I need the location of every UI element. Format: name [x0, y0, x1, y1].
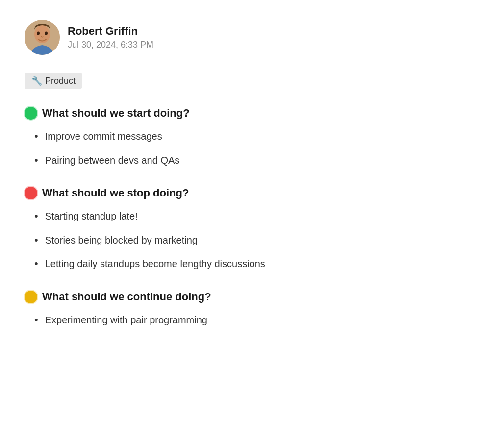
list-item: Starting standup late!	[34, 209, 479, 223]
list-item: Pairing between devs and QAs	[34, 153, 479, 168]
section-stop: What should we stop doing?Starting stand…	[25, 187, 479, 271]
list-item: Letting daily standups become lengthy di…	[34, 257, 479, 271]
avatar	[25, 20, 60, 55]
section-header-stop: What should we stop doing?	[25, 187, 479, 199]
tag-label: Product	[45, 76, 76, 86]
header-info: Robert Griffin Jul 30, 2024, 6:33 PM	[68, 25, 153, 50]
post-timestamp: Jul 30, 2024, 6:33 PM	[68, 40, 153, 50]
dot-red	[25, 187, 37, 199]
section-title-stop: What should we stop doing?	[42, 187, 189, 199]
bullet-list-stop: Starting standup late!Stories being bloc…	[25, 209, 479, 271]
list-item: Stories being blocked by marketing	[34, 233, 479, 247]
bullet-list-start: Improve commit messagesPairing between d…	[25, 129, 479, 167]
section-header-continue: What should we continue doing?	[25, 291, 479, 303]
dot-green	[25, 107, 37, 120]
section-continue: What should we continue doing?Experiment…	[25, 291, 479, 327]
section-title-continue: What should we continue doing?	[42, 291, 211, 303]
tag-icon: 🔧	[31, 75, 42, 86]
section-start: What should we start doing?Improve commi…	[25, 107, 479, 167]
bullet-list-continue: Experimenting with pair programming	[25, 313, 479, 327]
post-header: Robert Griffin Jul 30, 2024, 6:33 PM	[25, 20, 479, 55]
svg-point-2	[37, 32, 40, 35]
section-title-start: What should we start doing?	[42, 107, 190, 120]
list-item: Improve commit messages	[34, 129, 479, 144]
category-tag[interactable]: 🔧 Product	[25, 73, 82, 89]
list-item: Experimenting with pair programming	[34, 313, 479, 327]
user-name: Robert Griffin	[68, 25, 153, 38]
svg-point-3	[45, 32, 48, 35]
section-header-start: What should we start doing?	[25, 107, 479, 120]
dot-yellow	[25, 291, 37, 303]
